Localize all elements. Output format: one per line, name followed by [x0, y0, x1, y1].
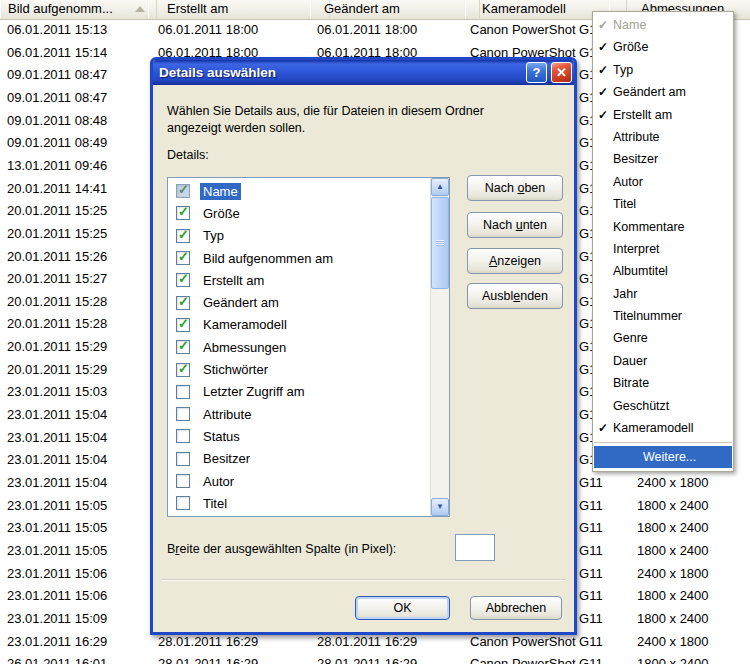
cell-taken: 20.01.2011 15:28	[0, 291, 148, 314]
scroll-up-icon[interactable]: ▲	[431, 178, 449, 196]
detail-item-Erstellt am[interactable]: ✓Erstellt am	[168, 269, 438, 291]
detail-item-Besitzer[interactable]: ✓Besitzer	[168, 448, 438, 470]
menu-item-label: Geändert am	[613, 85, 686, 99]
move-up-button[interactable]: Nach oben	[467, 175, 563, 201]
detail-item-label: Erstellt am	[200, 272, 267, 289]
check-icon: ✓	[598, 59, 608, 81]
detail-item-Stichwörter[interactable]: ✓Stichwörter	[168, 358, 438, 380]
listbox-scrollbar[interactable]: ▲ ▼	[430, 178, 449, 516]
cell-dimensions: 2400 x 1800	[609, 631, 731, 654]
checkbox-icon[interactable]: ✓	[176, 206, 190, 220]
checkbox-icon[interactable]: ✓	[176, 407, 190, 421]
detail-item-label: Besitzer	[200, 450, 253, 467]
checkbox-icon[interactable]: ✓	[176, 340, 190, 354]
menu-item-Name[interactable]: ✓Name	[593, 14, 733, 36]
detail-item-Größe[interactable]: ✓Größe	[168, 202, 438, 224]
cancel-button[interactable]: Abbrechen	[470, 596, 562, 620]
cell-modified: 06.01.2011 18:00	[310, 19, 465, 42]
hide-button[interactable]: Ausblenden	[467, 283, 563, 309]
menu-item-Typ[interactable]: ✓Typ	[593, 59, 733, 81]
scrollbar-thumb[interactable]	[431, 197, 449, 289]
cell-taken: 23.01.2011 15:05	[0, 517, 148, 540]
detail-item-Abmessungen[interactable]: ✓Abmessungen	[168, 336, 438, 358]
cell-taken: 23.01.2011 15:04	[0, 427, 148, 450]
menu-item-Titelnummer[interactable]: ✓Titelnummer	[593, 305, 733, 327]
menu-item-Jahr[interactable]: ✓Jahr	[593, 283, 733, 305]
table-row[interactable]: 26.01.2011 16:0128.01.2011 16:2928.01.20…	[0, 653, 750, 664]
menu-item-Bitrate[interactable]: ✓Bitrate	[593, 372, 733, 394]
checkbox-icon[interactable]: ✓	[176, 273, 190, 287]
cell-taken: 23.01.2011 15:06	[0, 563, 148, 586]
checkbox-icon[interactable]: ✓	[176, 318, 190, 332]
detail-item-Geändert am[interactable]: ✓Geändert am	[168, 292, 438, 314]
button-label: nzeigen	[497, 254, 541, 268]
menu-item-Titel[interactable]: ✓Titel	[593, 193, 733, 215]
menu-item-Albumtitel[interactable]: ✓Albumtitel	[593, 260, 733, 282]
label-text: eite der ausgewählten Spalte (in Pixel):	[180, 542, 397, 556]
menu-item-Größe[interactable]: ✓Größe	[593, 36, 733, 58]
checkbox-icon[interactable]: ✓	[176, 429, 190, 443]
menu-item-Dauer[interactable]: ✓Dauer	[593, 350, 733, 372]
detail-item-Bild aufgenommen am[interactable]: ✓Bild aufgenommen am	[168, 247, 438, 269]
checkbox-icon[interactable]: ✓	[176, 474, 190, 488]
checkbox-icon[interactable]: ✓	[176, 296, 190, 310]
checkbox-icon[interactable]: ✓	[176, 229, 190, 243]
check-icon: ✓	[598, 14, 608, 36]
column-width-input[interactable]	[455, 534, 495, 561]
dialog-titlebar[interactable]: Details auswählen ? ✕	[153, 60, 574, 85]
detail-item-Kameramodell[interactable]: ✓Kameramodell	[168, 314, 438, 336]
menu-item-label: Attribute	[613, 130, 660, 144]
help-icon[interactable]: ?	[526, 62, 547, 83]
detail-item-label: Abmessungen	[200, 339, 289, 356]
detail-item-Letzter Zugriff am[interactable]: ✓Letzter Zugriff am	[168, 381, 438, 403]
menu-item-Geschützt[interactable]: ✓Geschützt	[593, 395, 733, 417]
check-icon: ✓	[178, 294, 189, 309]
move-down-button[interactable]: Nach unten	[467, 212, 563, 238]
cell-taken: 23.01.2011 15:06	[0, 585, 148, 608]
ok-button[interactable]: OK	[355, 596, 450, 620]
choose-details-dialog: Details auswählen ? ✕ Wählen Sie Details…	[150, 57, 577, 635]
menu-item-Geändert am[interactable]: ✓Geändert am	[593, 81, 733, 103]
menu-item-label: Kameramodell	[613, 421, 694, 435]
menu-item-Interpret[interactable]: ✓Interpret	[593, 238, 733, 260]
menu-item-Kommentare[interactable]: ✓Kommentare	[593, 216, 733, 238]
menu-item-label: Titel	[613, 197, 636, 211]
checkbox-icon[interactable]: ✓	[176, 251, 190, 265]
menu-item-more[interactable]: Weitere...	[594, 446, 732, 468]
menu-item-Autor[interactable]: ✓Autor	[593, 171, 733, 193]
close-icon[interactable]: ✕	[551, 62, 572, 83]
cell-modified: 28.01.2011 16:29	[310, 653, 465, 664]
detail-item-Attribute[interactable]: ✓Attribute	[168, 403, 438, 425]
detail-item-Autor[interactable]: ✓Autor	[168, 470, 438, 492]
menu-item-Erstellt am[interactable]: ✓Erstellt am	[593, 104, 733, 126]
menu-item-Kameramodell[interactable]: ✓Kameramodell	[593, 417, 733, 439]
detail-item-Name[interactable]: ✓Name	[168, 180, 438, 202]
checkbox-icon[interactable]: ✓	[176, 363, 190, 377]
checkbox-icon[interactable]: ✓	[176, 452, 190, 466]
checkbox-icon[interactable]: ✓	[176, 184, 190, 198]
detail-item-Typ[interactable]: ✓Typ	[168, 225, 438, 247]
detail-item-partial[interactable]: ✓	[168, 515, 438, 518]
cell-dimensions: 1800 x 2400	[609, 653, 731, 664]
scroll-down-icon[interactable]: ▼	[431, 498, 449, 516]
menu-item-Besitzer[interactable]: ✓Besitzer	[593, 148, 733, 170]
check-icon: ✓	[178, 204, 189, 219]
cell-taken: 20.01.2011 14:41	[0, 178, 148, 201]
check-icon: ✓	[178, 271, 189, 286]
column-context-menu: ✓Name✓Größe✓Typ✓Geändert am✓Erstellt am✓…	[592, 11, 734, 472]
check-icon: ✓	[598, 36, 608, 58]
menu-item-label: Jahr	[613, 287, 637, 301]
checkbox-icon[interactable]: ✓	[176, 496, 190, 510]
check-icon: ✓	[598, 81, 608, 103]
checkbox-icon[interactable]: ✓	[176, 385, 190, 399]
cell-taken: 09.01.2011 08:47	[0, 64, 148, 87]
detail-item-Status[interactable]: ✓Status	[168, 425, 438, 447]
menu-item-Genre[interactable]: ✓Genre	[593, 327, 733, 349]
cell-taken: 23.01.2011 15:09	[0, 608, 148, 631]
menu-item-Attribute[interactable]: ✓Attribute	[593, 126, 733, 148]
detail-item-label: Autor	[200, 473, 237, 490]
show-button[interactable]: Anzeigen	[467, 248, 563, 274]
detail-item-Titel[interactable]: ✓Titel	[168, 492, 438, 514]
check-icon: ✓	[598, 417, 608, 439]
check-icon: ✓	[598, 104, 608, 126]
